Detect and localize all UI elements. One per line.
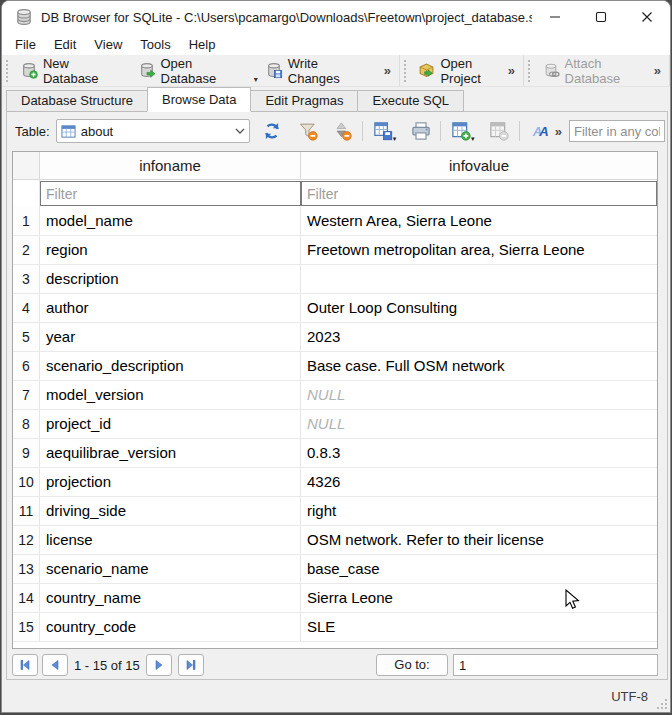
table-row: 10projection4326 <box>13 468 657 497</box>
row-number[interactable]: 14 <box>13 584 40 613</box>
maximize-icon <box>595 11 607 23</box>
cell-infoname[interactable]: region <box>40 236 301 265</box>
cell-infoname[interactable]: driving_side <box>40 497 301 526</box>
column-header-infovalue[interactable]: infovalue <box>301 152 657 179</box>
row-number[interactable]: 13 <box>13 555 40 584</box>
cell-infoname[interactable]: description <box>40 265 301 294</box>
refresh-button[interactable] <box>260 119 285 143</box>
row-number[interactable]: 12 <box>13 526 40 555</box>
resize-grip[interactable] <box>656 698 668 710</box>
cell-infovalue[interactable]: Western Area, Sierra Leone <box>301 207 657 236</box>
row-number[interactable]: 5 <box>13 323 40 352</box>
cell-infovalue[interactable]: base_case <box>301 555 657 584</box>
cell-infoname[interactable]: aequilibrae_version <box>40 439 301 468</box>
write-changes-label: Write Changes <box>288 56 372 86</box>
row-number[interactable]: 2 <box>13 236 40 265</box>
cell-infoname[interactable]: country_name <box>40 584 301 613</box>
column-header-infoname[interactable]: infoname <box>40 152 301 179</box>
toolbar-overflow-icon[interactable]: » <box>648 63 667 78</box>
cell-infovalue[interactable]: 4326 <box>301 468 657 497</box>
cell-infoname[interactable]: scenario_name <box>40 555 301 584</box>
clear-sorting-button[interactable] <box>330 119 355 143</box>
open-database-button[interactable]: Open Database <box>133 53 256 89</box>
cell-infoname[interactable]: project_id <box>40 410 301 439</box>
tab-database-structure[interactable]: Database Structure <box>6 90 148 112</box>
cell-infoname[interactable]: country_code <box>40 613 301 642</box>
cell-infovalue[interactable] <box>301 265 657 294</box>
row-number[interactable]: 15 <box>13 613 40 642</box>
cell-infoname[interactable]: projection <box>40 468 301 497</box>
write-changes-button[interactable]: Write Changes <box>260 53 378 89</box>
goto-record-input[interactable] <box>453 654 658 676</box>
filter-infovalue-input[interactable] <box>301 181 657 206</box>
cell-infoname[interactable]: model_name <box>40 207 301 236</box>
row-number[interactable]: 8 <box>13 410 40 439</box>
cell-infoname[interactable]: model_version <box>40 381 301 410</box>
cell-infovalue[interactable]: Sierra Leone <box>301 584 657 613</box>
cell-infovalue[interactable]: Freetown metropolitan area, Sierra Leone <box>301 236 657 265</box>
next-page-button[interactable] <box>146 654 172 676</box>
previous-page-button[interactable] <box>42 654 68 676</box>
last-page-button[interactable] <box>178 654 204 676</box>
row-number[interactable]: 10 <box>13 468 40 497</box>
cell-infovalue[interactable]: SLE <box>301 613 657 642</box>
browse-overflow-icon[interactable]: » <box>555 124 562 139</box>
minimize-button[interactable] <box>532 1 578 33</box>
print-button[interactable] <box>408 119 433 143</box>
new-database-button[interactable]: New Database <box>15 53 133 89</box>
save-results-dropdown-icon[interactable]: ▾ <box>393 135 397 143</box>
cell-infovalue[interactable]: 0.8.3 <box>301 439 657 468</box>
title-bar: DB Browser for SQLite - C:\Users\pcamarg… <box>2 1 670 33</box>
text-format-button[interactable]: AA <box>527 119 552 143</box>
delete-record-button[interactable] <box>486 119 511 143</box>
cell-infovalue[interactable]: right <box>301 497 657 526</box>
toolbar-drag-handle[interactable] <box>6 60 11 82</box>
tab-browse-data[interactable]: Browse Data <box>147 87 251 112</box>
filter-infoname-input[interactable] <box>40 181 301 206</box>
tab-edit-pragmas[interactable]: Edit Pragmas <box>250 90 358 112</box>
menu-tools[interactable]: Tools <box>131 35 179 54</box>
tab-execute-sql[interactable]: Execute SQL <box>357 90 464 112</box>
cell-infovalue[interactable]: NULL <box>301 381 657 410</box>
row-number[interactable]: 3 <box>13 265 40 294</box>
clear-filters-button[interactable] <box>296 119 321 143</box>
row-number[interactable]: 7 <box>13 381 40 410</box>
cell-infoname[interactable]: license <box>40 526 301 555</box>
insert-record-button[interactable]: ▾ <box>448 119 473 143</box>
toolbar-overflow-icon[interactable]: » <box>378 63 397 78</box>
row-number[interactable]: 11 <box>13 497 40 526</box>
menu-file[interactable]: File <box>6 35 45 54</box>
close-button[interactable] <box>624 1 670 33</box>
toolbar-overflow-icon[interactable]: » <box>502 63 521 78</box>
menu-edit[interactable]: Edit <box>45 35 85 54</box>
toolbar-drag-handle[interactable] <box>404 60 408 82</box>
goto-button[interactable]: Go to: <box>376 654 448 676</box>
cell-infovalue[interactable]: NULL <box>301 410 657 439</box>
row-number[interactable]: 9 <box>13 439 40 468</box>
menu-help[interactable]: Help <box>180 35 225 54</box>
cell-infovalue[interactable]: Outer Loop Consulting <box>301 294 657 323</box>
cell-infovalue[interactable]: 2023 <box>301 323 657 352</box>
open-project-button[interactable]: Open Project <box>412 53 501 89</box>
insert-record-dropdown-icon[interactable]: ▾ <box>471 135 475 143</box>
row-number[interactable]: 6 <box>13 352 40 381</box>
row-number[interactable]: 4 <box>13 294 40 323</box>
cell-infoname[interactable]: author <box>40 294 301 323</box>
toolbar-drag-handle[interactable] <box>528 60 533 82</box>
open-database-dropdown-icon[interactable]: ▾ <box>254 75 258 84</box>
cell-infoname[interactable]: year <box>40 323 301 352</box>
cell-infovalue[interactable]: OSM network. Refer to their license <box>301 526 657 555</box>
table-select[interactable]: about <box>56 119 250 143</box>
attach-database-button[interactable]: Attach Database <box>537 53 648 89</box>
open-database-icon <box>139 62 156 79</box>
save-results-button[interactable]: ▾ <box>370 119 395 143</box>
table-row: 1model_nameWestern Area, Sierra Leone <box>13 207 657 236</box>
first-page-button[interactable] <box>12 654 38 676</box>
menu-view[interactable]: View <box>85 35 131 54</box>
cell-infoname[interactable]: scenario_description <box>40 352 301 381</box>
row-number[interactable]: 1 <box>13 207 40 236</box>
cell-infovalue[interactable]: Base case. Full OSM network <box>301 352 657 381</box>
maximize-button[interactable] <box>578 1 624 33</box>
grid-corner-cell[interactable] <box>13 152 40 179</box>
filter-any-column-input[interactable] <box>569 120 665 142</box>
